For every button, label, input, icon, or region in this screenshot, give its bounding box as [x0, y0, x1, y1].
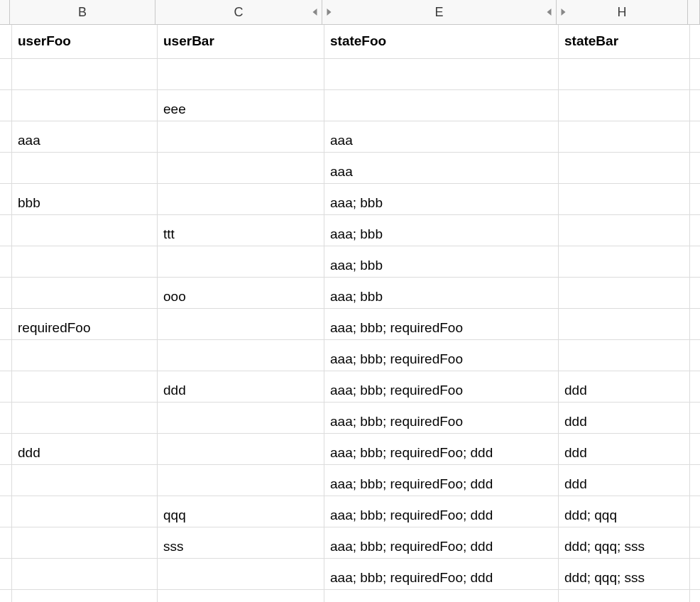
cell-C[interactable]: ddd — [158, 371, 324, 403]
cell-tail[interactable] — [690, 25, 700, 59]
row-stub[interactable] — [0, 527, 12, 559]
group-collapse-indicator[interactable] — [561, 9, 566, 16]
cell-B[interactable] — [12, 590, 158, 602]
group-collapse-indicator[interactable] — [312, 9, 317, 16]
group-collapse-indicator[interactable] — [327, 9, 332, 16]
cell-E[interactable]: aaa; bbb; requiredFoo; ddd — [324, 527, 559, 559]
cell-C[interactable]: ooo — [158, 278, 324, 309]
row-stub[interactable] — [0, 371, 12, 403]
cell-E[interactable]: aaa — [324, 153, 559, 184]
row-stub[interactable] — [0, 465, 12, 496]
column-header-tail[interactable] — [688, 0, 700, 25]
cell-H[interactable] — [559, 184, 690, 215]
cell-H[interactable]: ddd — [559, 434, 690, 465]
cell-H[interactable]: ddd — [559, 403, 690, 434]
row-stub[interactable] — [0, 121, 12, 153]
cell-B[interactable] — [12, 371, 158, 403]
row-stub[interactable] — [0, 215, 12, 246]
cell-tail[interactable] — [690, 340, 700, 371]
cell-H[interactable]: ddd; qqq; sss — [559, 527, 690, 559]
cell-C[interactable] — [158, 465, 324, 496]
cell-C[interactable] — [158, 246, 324, 278]
row-stub[interactable] — [0, 496, 12, 527]
cell-tail[interactable] — [690, 90, 700, 121]
cell-C[interactable]: qqq — [158, 496, 324, 527]
row-stub[interactable] — [0, 278, 12, 309]
cell-B[interactable]: ddd — [12, 434, 158, 465]
cell-B[interactable]: requiredFoo — [12, 309, 158, 340]
cell-tail[interactable] — [690, 590, 700, 602]
cell-C[interactable] — [158, 309, 324, 340]
row-stub[interactable] — [0, 559, 12, 590]
row-stub[interactable] — [0, 340, 12, 371]
cell-B[interactable] — [12, 90, 158, 121]
cell-E[interactable] — [324, 90, 559, 121]
column-header-C[interactable]: C — [155, 0, 322, 25]
cell-C[interactable] — [158, 434, 324, 465]
row-stub[interactable] — [0, 90, 12, 121]
header-cell-stateBar[interactable]: stateBar — [559, 25, 690, 59]
cell-E[interactable] — [324, 59, 559, 90]
header-cell-userBar[interactable]: userBar — [158, 25, 324, 59]
cell-C[interactable] — [158, 403, 324, 434]
cell-tail[interactable] — [690, 246, 700, 278]
cell-E[interactable]: aaa; bbb — [324, 246, 559, 278]
row-stub[interactable] — [0, 309, 12, 340]
cell-tail[interactable] — [690, 59, 700, 90]
cell-E[interactable]: aaa; bbb — [324, 184, 559, 215]
cell-B[interactable] — [12, 246, 158, 278]
cell-H[interactable] — [559, 590, 690, 602]
cell-tail[interactable] — [690, 215, 700, 246]
cell-H[interactable] — [559, 215, 690, 246]
row-stub[interactable] — [0, 590, 12, 602]
cell-B[interactable]: aaa — [12, 121, 158, 153]
cell-C[interactable] — [158, 153, 324, 184]
cell-C[interactable]: ttt — [158, 215, 324, 246]
header-cell-userFoo[interactable]: userFoo — [12, 25, 158, 59]
cell-H[interactable] — [559, 121, 690, 153]
cell-C[interactable] — [158, 590, 324, 602]
cell-tail[interactable] — [690, 496, 700, 527]
cell-H[interactable] — [559, 309, 690, 340]
cell-H[interactable]: ddd — [559, 371, 690, 403]
cell-tail[interactable] — [690, 371, 700, 403]
cell-E[interactable]: aaa — [324, 121, 559, 153]
cell-B[interactable] — [12, 215, 158, 246]
cell-E[interactable]: aaa; bbb; requiredFoo; ddd — [324, 559, 559, 590]
cell-H[interactable]: ddd; qqq; sss — [559, 559, 690, 590]
cell-H[interactable] — [559, 278, 690, 309]
cell-B[interactable] — [12, 496, 158, 527]
cell-E[interactable]: aaa; bbb — [324, 215, 559, 246]
cell-E[interactable]: aaa; bbb; requiredFoo; ddd — [324, 434, 559, 465]
cell-tail[interactable] — [690, 527, 700, 559]
cell-B[interactable] — [12, 59, 158, 90]
row-stub[interactable] — [0, 403, 12, 434]
column-header-H[interactable]: H — [557, 0, 688, 25]
group-collapse-indicator[interactable] — [547, 9, 552, 16]
cell-H[interactable]: ddd; qqq — [559, 496, 690, 527]
cell-E[interactable]: aaa; bbb — [324, 278, 559, 309]
cell-B[interactable] — [12, 278, 158, 309]
cell-tail[interactable] — [690, 309, 700, 340]
cell-H[interactable]: ddd — [559, 465, 690, 496]
cell-H[interactable] — [559, 246, 690, 278]
cell-B[interactable] — [12, 527, 158, 559]
row-stub[interactable] — [0, 246, 12, 278]
cell-H[interactable] — [559, 340, 690, 371]
cell-E[interactable]: aaa; bbb; requiredFoo — [324, 309, 559, 340]
cell-tail[interactable] — [690, 559, 700, 590]
column-header-B[interactable]: B — [10, 0, 155, 25]
cell-tail[interactable] — [690, 465, 700, 496]
cell-tail[interactable] — [690, 434, 700, 465]
cell-tail[interactable] — [690, 153, 700, 184]
row-stub[interactable] — [0, 153, 12, 184]
cell-E[interactable]: aaa; bbb; requiredFoo — [324, 403, 559, 434]
cell-C[interactable] — [158, 184, 324, 215]
cell-C[interactable]: sss — [158, 527, 324, 559]
cell-tail[interactable] — [690, 184, 700, 215]
row-stub[interactable] — [0, 434, 12, 465]
cell-B[interactable] — [12, 559, 158, 590]
cell-C[interactable] — [158, 121, 324, 153]
cell-B[interactable] — [12, 153, 158, 184]
cell-E[interactable]: aaa; bbb; requiredFoo; ddd — [324, 496, 559, 527]
